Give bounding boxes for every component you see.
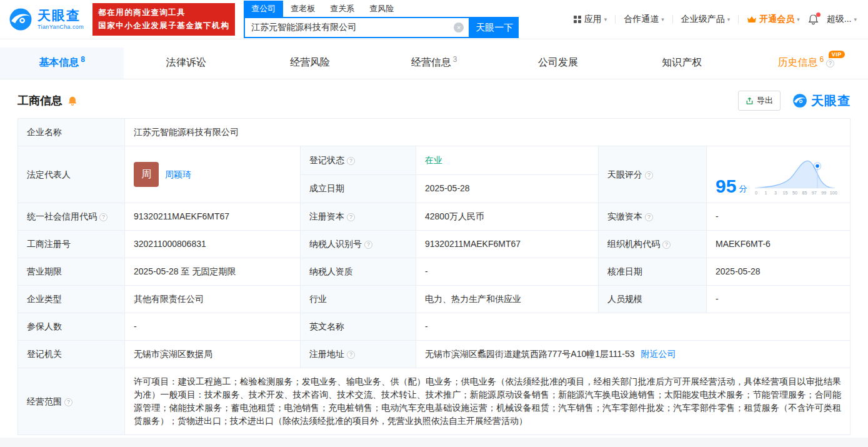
tab-label: 知识产权: [662, 57, 702, 68]
tab-operation-risk[interactable]: 经营风险: [248, 48, 372, 79]
company-section-tabs: 基本信息8 法律诉讼 经营风险 经营信息3 公司发展 知识产权 VIP 历史信息…: [0, 48, 868, 79]
next-section-edge: [0, 438, 868, 447]
help-icon: ?: [347, 157, 355, 165]
table-row: 企业名称 江苏元智能源科技有限公司: [18, 119, 851, 146]
brand-domain: TianYanCha.com: [37, 24, 84, 30]
help-icon: ?: [99, 213, 107, 221]
search-tab-company[interactable]: 查公司: [244, 1, 283, 17]
nav-vip-label: 开通会员: [759, 14, 794, 25]
svg-text:85: 85: [802, 190, 807, 196]
top-nav: 应用 ▾ 合作通道 ▾ 企业级产品 ▾ 开通会员 ▾: [573, 14, 861, 25]
table-row: 营业期限 2025-05-28 至 无固定期限 纳税人资质 - 核准日期 202…: [18, 258, 851, 286]
value-est-date: 2025-05-28: [416, 174, 599, 203]
nav-partner-label: 合作通道: [624, 14, 659, 25]
label-insured-count: 参保人数: [18, 313, 125, 341]
nearby-companies-link[interactable]: 附近公司: [641, 349, 676, 359]
help-icon: ?: [347, 213, 355, 221]
promo-banner: 都在用的商业查询工具 国家中小企业发展子基金旗下机构: [92, 3, 235, 35]
value-reg-capital: 42800万人民币: [416, 203, 599, 231]
svg-text:99: 99: [822, 190, 827, 196]
label-approval-date: 核准日期: [599, 258, 707, 286]
label-reg-status: 登记状态?: [301, 146, 416, 175]
nav-user-account[interactable]: 超级... ▾: [827, 14, 857, 25]
search-tab-risk[interactable]: 查风险: [362, 1, 401, 17]
legal-rep-avatar[interactable]: 周: [134, 162, 159, 187]
svg-text:50: 50: [792, 190, 797, 196]
label-reg-number: 工商注册号: [18, 231, 125, 258]
tianyancha-logo[interactable]: 天眼查 TianYanCha.com: [7, 6, 84, 33]
tab-label: 法律诉讼: [166, 57, 206, 68]
tab-count: 3: [453, 55, 457, 64]
nav-enterprise[interactable]: 企业级产品 ▾: [681, 14, 731, 25]
search-tab-relation[interactable]: 查关系: [322, 1, 362, 17]
section-title: 工商信息: [17, 93, 62, 108]
notification-dot: [816, 13, 821, 17]
tab-label: 经营风险: [290, 57, 330, 68]
value-business-scope: 许可项目：建设工程施工；检验检测服务；发电业务、输电业务、供（配）电业务；供电业…: [125, 368, 851, 435]
label-business-scope: 经营范围?: [18, 368, 125, 435]
search-button[interactable]: 天眼一下: [470, 17, 519, 38]
nav-apps[interactable]: 应用 ▾: [573, 14, 607, 25]
label-credit-code: 统一社会信用代码?: [18, 203, 125, 231]
tab-intellectual-property[interactable]: 知识产权: [620, 48, 744, 79]
nav-partner[interactable]: 合作通道 ▾: [624, 14, 664, 25]
help-icon: ?: [347, 351, 355, 359]
crown-icon: [747, 16, 757, 24]
subscribe-bell-icon[interactable]: [67, 96, 77, 106]
value-reg-status: 在业: [416, 146, 599, 175]
value-industry: 电力、热力生产和供应业: [416, 286, 599, 313]
tab-label: 历史信息: [777, 57, 817, 68]
search-tab-boss[interactable]: 查老板: [283, 1, 322, 17]
export-icon: [746, 97, 754, 105]
tianyancha-watermark: 天眼查: [792, 93, 851, 109]
nav-vip-upgrade[interactable]: 开通会员 ▾: [747, 14, 800, 25]
tab-basic-info[interactable]: 基本信息8: [0, 48, 124, 79]
value-english-name: -: [416, 313, 851, 341]
score-number: 95: [716, 177, 736, 196]
chevron-down-icon: ▾: [854, 16, 857, 23]
help-icon: ?: [662, 241, 671, 249]
table-row: 法定代表人 周 周颖琦 登记状态? 在业 天眼评分?: [18, 146, 851, 175]
label-reg-capital: 注册资本?: [301, 203, 416, 231]
table-row: 参保人数 - 英文名称 -: [18, 313, 851, 341]
value-legal-rep: 周 周颖琦: [125, 146, 301, 203]
chevron-down-icon: ▾: [604, 16, 607, 23]
main-content: 工商信息 导出 天眼查: [0, 91, 868, 435]
tab-operation-info[interactable]: 经营信息3: [372, 48, 496, 79]
help-icon: ?: [64, 398, 72, 406]
tab-legal-litigation[interactable]: 法律诉讼: [124, 48, 247, 79]
search-input[interactable]: [250, 22, 454, 33]
nav-user-label: 超级...: [827, 14, 852, 25]
table-row: 统一社会信用代码? 91320211MAEKF6MT67 注册资本? 42800…: [18, 203, 851, 231]
value-insured-count: -: [125, 313, 301, 341]
label-taxpayer-id: 纳税人识别号?: [301, 231, 416, 258]
label-company-type: 企业类型: [18, 286, 125, 313]
tab-company-development[interactable]: 公司发展: [496, 48, 620, 79]
tab-count: 8: [81, 55, 85, 64]
business-info-table: 企业名称 江苏元智能源科技有限公司 法定代表人 周 周颖琦 登记状态? 在业: [17, 118, 851, 435]
notification-bell[interactable]: [808, 14, 819, 25]
value-credit-code: 91320211MAEKF6MT67: [125, 203, 301, 231]
promo-line1: 都在用的商业查询工具: [98, 6, 229, 19]
nav-apps-label: 应用: [584, 14, 602, 25]
table-row: 企业类型 其他有限责任公司 行业 电力、热力生产和供应业 人员规模 -: [18, 286, 851, 313]
label-company-name: 企业名称: [18, 119, 125, 146]
legal-rep-link[interactable]: 周颖琦: [165, 168, 191, 181]
value-approval-date: 2025-05-28: [707, 258, 851, 286]
nav-divider: [738, 15, 739, 24]
label-reg-authority: 登记机关: [18, 341, 125, 368]
value-reg-number: 320211000806831: [125, 231, 301, 258]
label-org-code: 组织机构代码?: [599, 231, 707, 258]
tianyancha-logo-icon: [7, 6, 34, 33]
value-taxpayer-id: 91320211MAEKF6MT67: [416, 231, 599, 258]
label-business-term: 营业期限: [18, 258, 125, 286]
value-taxpayer-quality: -: [416, 258, 599, 286]
tab-history-info[interactable]: VIP 历史信息6?: [744, 48, 868, 79]
export-label: 导出: [757, 95, 773, 106]
label-taxpayer-quality: 纳税人资质: [301, 258, 416, 286]
clear-search-icon[interactable]: ×: [454, 23, 464, 33]
search-tabs: 查公司 查老板 查关系 查风险: [244, 1, 519, 17]
table-row: 经营范围? 许可项目：建设工程施工；检验检测服务；发电业务、输电业务、供（配）电…: [18, 368, 851, 435]
value-org-code: MAEKF6MT-6: [707, 231, 851, 258]
export-button[interactable]: 导出: [738, 91, 781, 111]
